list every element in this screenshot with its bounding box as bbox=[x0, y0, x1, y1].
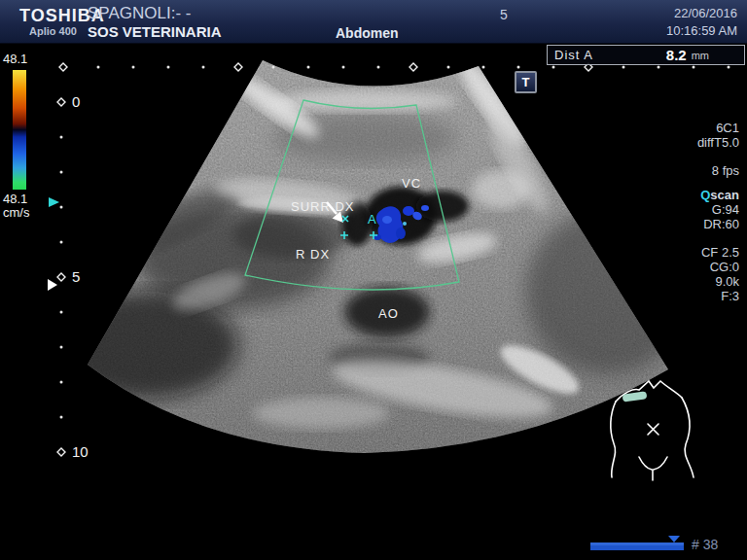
param-frame-rate: 8 fps bbox=[712, 163, 739, 178]
image-number: 5 bbox=[500, 7, 508, 22]
color-doppler-scale-bar bbox=[13, 70, 26, 190]
header-bar: TOSHIBA Aplio 400 SPAGNOLI:- - SOS VETER… bbox=[0, 0, 747, 44]
annotation-surr-dx: SURR DX bbox=[291, 199, 355, 214]
ultrasound-fan-image bbox=[0, 0, 747, 560]
param-cf: CF 2.5 bbox=[701, 245, 739, 260]
qscan-rest: scan bbox=[710, 188, 739, 202]
scale-bottom-value: 48.1 bbox=[3, 192, 27, 206]
measurement-result-box: Dist A 8.2 mm bbox=[547, 45, 745, 65]
qscan-q: Q bbox=[700, 188, 710, 202]
annotation-ao: AO bbox=[378, 306, 399, 321]
measurement-unit: mm bbox=[692, 50, 709, 61]
body-mark-icon bbox=[611, 381, 694, 480]
scale-unit: cm/s bbox=[3, 205, 29, 220]
measurement-label: Dist A bbox=[554, 48, 593, 62]
date-label: 22/06/2016 bbox=[666, 5, 737, 22]
model-name: Aplio 400 bbox=[29, 25, 77, 37]
focus-marker-icon bbox=[48, 279, 57, 291]
depth-label-0: 0 bbox=[72, 93, 80, 110]
caliper-label-a: A bbox=[368, 212, 376, 227]
exam-preset: Abdomen bbox=[336, 25, 399, 41]
param-dynamic-range: DR:60 bbox=[703, 217, 739, 231]
measurement-value: 8.2 bbox=[666, 47, 687, 63]
param-probe: 6C1 bbox=[716, 121, 739, 135]
param-cg: CG:0 bbox=[710, 260, 739, 274]
cine-position-marker bbox=[668, 536, 680, 542]
depth-label-5: 5 bbox=[72, 268, 80, 285]
param-prf: 9.0k bbox=[715, 274, 739, 289]
date-time: 22/06/2016 10:16:59 AM bbox=[666, 5, 737, 40]
patient-id: SPAGNOLI:- - bbox=[88, 4, 191, 23]
color-box-depth-marker-icon bbox=[49, 197, 59, 207]
frame-counter: # 38 bbox=[692, 537, 718, 552]
depth-label-10: 10 bbox=[72, 443, 89, 460]
scale-top-value: 48.1 bbox=[3, 52, 27, 66]
param-thermal: diffT5.0 bbox=[697, 135, 739, 150]
param-gain: G:94 bbox=[712, 202, 739, 217]
t-annotation-button[interactable]: T bbox=[515, 71, 537, 93]
param-filter: F:3 bbox=[721, 289, 739, 303]
depth-ruler: 0 5 10 bbox=[48, 93, 89, 460]
annotation-vc: VC bbox=[402, 176, 421, 191]
annotation-r-dx: R DX bbox=[296, 247, 330, 262]
param-qscan: Qscan bbox=[700, 188, 739, 202]
cine-progress-bar bbox=[590, 536, 684, 550]
clinic-name: SOS VETERINARIA bbox=[88, 23, 222, 40]
time-label: 10:16:59 AM bbox=[666, 22, 737, 40]
ultrasound-display: VC SURR DX R DX AO A 0 5 10 bbox=[0, 0, 747, 560]
